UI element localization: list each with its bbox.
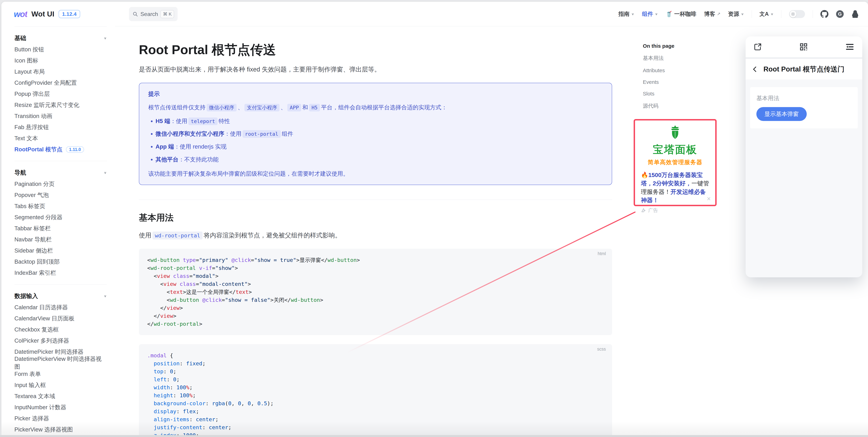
sidebar-item[interactable]: Resize 监听元素尺寸变化 <box>14 99 107 111</box>
code-token: , <box>231 400 238 406</box>
code-token: { <box>167 352 173 358</box>
sidebar-item[interactable]: Layout 布局 <box>14 66 107 77</box>
sidebar-item[interactable]: Text 文本 <box>14 133 107 144</box>
sidebar-item[interactable]: ColPicker 多列选择器 <box>14 335 107 346</box>
nav-item-1[interactable]: 指南∨ <box>618 10 634 18</box>
code-block-scss[interactable]: scss .modal { position: fixed; top: 0; l… <box>139 344 612 437</box>
sidebar-item[interactable]: IndexBar 索引栏 <box>14 267 107 278</box>
code-token: , <box>251 400 257 406</box>
sidebar-item-label: Pagination 分页 <box>14 180 55 188</box>
search-shortcut: ⌘ K <box>160 10 174 18</box>
code-token: = <box>196 257 199 263</box>
sidebar-item[interactable]: PickerView 选择器视图 <box>14 424 107 435</box>
code-token: </ <box>284 297 291 303</box>
sidebar-group-title[interactable]: 导航∨ <box>14 167 107 179</box>
code-token: : <box>180 360 186 367</box>
code-token: 这是一个全局弹窗 <box>186 289 229 295</box>
toc-item[interactable]: Events <box>643 79 709 85</box>
code-token: @click <box>231 257 251 263</box>
sidebar-item[interactable]: Popover 气泡 <box>14 189 107 200</box>
annotation-rectangle-ad-banner[interactable]: 宝塔面板 简单高效管理服务器 🔥1500万台服务器装宝塔，2分钟安装好，一键管理… <box>633 119 717 206</box>
code-token: < <box>167 297 170 303</box>
code-token: flex <box>183 408 196 414</box>
site-logo[interactable]: wot Wot UI 1.12.4 <box>14 2 80 26</box>
code-token: 0 <box>248 400 251 406</box>
code-token: 关闭 <box>274 297 284 303</box>
sidebar-item[interactable]: Input 输入框 <box>14 380 107 391</box>
sidebar-item[interactable]: Fab 悬浮按钮 <box>14 122 107 133</box>
sidebar-item[interactable]: Tabbar 标签栏 <box>14 223 107 234</box>
toc-item[interactable]: 源代码 <box>643 102 709 110</box>
toc-item[interactable]: 基本用法 <box>643 55 709 62</box>
close-icon[interactable]: × <box>707 195 711 202</box>
search-input[interactable]: Search ⌘ K <box>129 7 178 21</box>
qr-code-button[interactable] <box>799 42 808 52</box>
nav-item-2[interactable]: 组件∨ <box>642 10 658 18</box>
back-button[interactable] <box>751 66 758 73</box>
sidebar-item[interactable]: Navbar 导航栏 <box>14 234 107 245</box>
nav-item-label: 指南 <box>618 10 629 18</box>
sidebar-item[interactable]: DatetimePickerView 时间选择器视图 <box>14 357 107 369</box>
theme-toggle[interactable] <box>789 10 805 18</box>
toc-item[interactable]: Slots <box>643 91 709 97</box>
chevron-down-icon: ∨ <box>631 12 634 16</box>
sidebar-nav: 基础∨Button 按钮Icon 图标Layout 布局ConfigProvid… <box>14 26 107 437</box>
language-menu[interactable]: 文A ∨ <box>760 10 774 18</box>
code-token: class <box>180 281 196 287</box>
nav-item-3[interactable]: 🥤一杯咖啡 <box>665 10 696 18</box>
qq-link[interactable] <box>851 10 859 18</box>
code-token: v-if <box>199 265 212 271</box>
sidebar-item[interactable]: Transition 动画 <box>14 111 107 122</box>
top-header: wot Wot UI 1.12.4 Search ⌘ K 指南∨组件∨🥤一杯咖啡… <box>1 2 868 26</box>
code-token <box>147 289 167 295</box>
sidebar-item[interactable]: Segmented 分段器 <box>14 212 107 223</box>
code-token: ; <box>270 400 274 406</box>
sidebar-item[interactable]: Picker 选择器 <box>14 413 107 424</box>
sidebar-item[interactable]: Textarea 文本域 <box>14 391 107 402</box>
sidebar-item[interactable]: Tabs 标签页 <box>14 200 107 212</box>
code-token: center <box>209 424 228 430</box>
code-token: ; <box>189 384 193 391</box>
sidebar-item[interactable]: RootPortal 根节点1.11.0 <box>14 144 107 155</box>
nav-item-4[interactable]: 博客↗ <box>704 10 720 18</box>
sidebar-item[interactable]: Icon 图标 <box>14 55 107 66</box>
demo-simulator-panel: Root Portal 根节点传送门 基本用法 显示基本弹窗 <box>746 36 862 277</box>
demo-page-title: Root Portal 根节点传送门 <box>764 64 844 74</box>
sidebar-item[interactable]: CalendarView 日历面板 <box>14 313 107 324</box>
sidebar-item[interactable]: Backtop 回到顶部 <box>14 256 107 267</box>
toc-title: On this page <box>643 43 709 49</box>
code-token: ; <box>192 392 196 399</box>
version-badge: 1.12.4 <box>59 10 80 18</box>
gitee-icon[interactable]: G <box>836 10 844 18</box>
show-modal-button[interactable]: 显示基本弹窗 <box>756 107 807 121</box>
nav-item-5[interactable]: 资源∨ <box>728 10 744 18</box>
sidebar-item[interactable]: Popup 弹出层 <box>14 88 107 99</box>
code-token: "show" <box>215 265 235 271</box>
code-block-html[interactable]: html <wd-button type="primary" @click="s… <box>139 249 612 335</box>
chevron-down-icon: ∨ <box>104 294 107 298</box>
inline-code: root-portal <box>243 130 281 138</box>
sidebar-item[interactable]: Calendar 日历选择器 <box>14 302 107 313</box>
text-run: 、 <box>281 104 286 111</box>
github-link[interactable] <box>820 10 829 18</box>
collapse-panel-button[interactable] <box>845 42 855 52</box>
open-external-button[interactable] <box>753 42 762 51</box>
sidebar-item[interactable]: Checkbox 复选框 <box>14 324 107 335</box>
sidebar-item[interactable]: Pagination 分页 <box>14 179 107 189</box>
sidebar-item[interactable]: Sidebar 侧边栏 <box>14 245 107 256</box>
sidebar-group-title[interactable]: 基础∨ <box>14 32 107 44</box>
baota-pagoda-icon <box>667 125 683 141</box>
code-token: < <box>167 289 170 295</box>
tip-bullet: H5 端：使用teleport特性 <box>156 117 603 125</box>
sidebar-item[interactable]: Button 按钮 <box>14 44 107 55</box>
code-token: wd-button <box>328 257 357 263</box>
code-token: : <box>202 424 209 430</box>
qr-code-icon <box>799 42 808 52</box>
sidebar-item-label: ConfigProvider 全局配置 <box>14 79 77 87</box>
sidebar-item[interactable]: ConfigProvider 全局配置 <box>14 77 107 88</box>
sidebar-group-title[interactable]: 数据输入∨ <box>14 290 107 302</box>
code-token: background-color <box>154 400 206 406</box>
sidebar-item[interactable]: InputNumber 计数器 <box>14 402 107 413</box>
toc-item[interactable]: Attributes <box>643 67 709 73</box>
code-token: ; <box>228 424 231 430</box>
